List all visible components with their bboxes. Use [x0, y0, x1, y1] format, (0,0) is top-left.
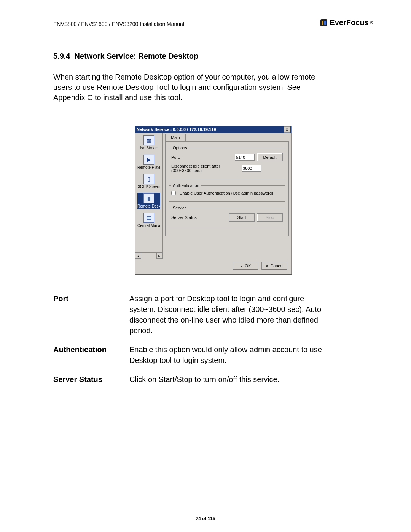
sidebar-item-remote-playback[interactable]: ▶ Remote Playb — [137, 154, 160, 170]
section-intro: When starting the Remote Desktop option … — [53, 72, 327, 103]
sidebar-item-label: Remote Playb — [137, 165, 160, 169]
ok-label: OK — [245, 264, 251, 268]
desc-server-status: Click on Start/Stop to turn on/off this … — [129, 374, 327, 385]
scroll-track[interactable] — [141, 253, 156, 259]
brand-name: EverFocus — [330, 18, 368, 27]
port-input[interactable] — [235, 154, 255, 161]
group-authentication: Authentication Enable User Authenticatio… — [169, 183, 285, 202]
sidebar-item-label: 3GPP Servic — [137, 185, 160, 189]
cancel-button[interactable]: ✕ Cancel — [261, 262, 287, 270]
window-titlebar: Network Service - 0.0.0.0 / 172.16.19.11… — [135, 126, 291, 133]
scroll-left-button[interactable]: ◄ — [135, 253, 141, 259]
sidebar-item-central-management[interactable]: ▤ Central Managemen — [137, 212, 160, 228]
central-management-icon: ▤ — [143, 213, 154, 223]
disconnect-label: Disconnect idle client after (300~3600 s… — [171, 164, 239, 173]
server-status-label: Server Status: — [171, 215, 226, 220]
enable-auth-label: Enable User Authentication (Use admin pa… — [180, 191, 283, 195]
group-options-legend: Options — [171, 145, 189, 150]
document-page: ENVS800 / ENVS1600 / ENVS3200 Installati… — [0, 0, 411, 532]
sidebar-item-live-streaming[interactable]: ▩ Live Streami — [137, 134, 160, 151]
group-options: Options Port: Default Disconnect idle cl… — [169, 145, 285, 179]
scroll-right-button[interactable]: ► — [156, 253, 162, 259]
check-icon: ✓ — [240, 264, 244, 268]
row-auth-checkbox: Enable User Authentication (Use admin pa… — [171, 191, 283, 195]
term-server-status: Server Status — [53, 374, 129, 385]
group-auth-legend: Authentication — [171, 183, 201, 188]
desc-port: Assign a port for Desktop tool to login … — [129, 293, 327, 336]
x-icon: ✕ — [265, 264, 269, 268]
close-button[interactable]: × — [284, 126, 290, 133]
tab-panel-main: Options Port: Default Disconnect idle cl… — [165, 141, 289, 236]
cancel-label: Cancel — [270, 264, 283, 268]
disconnect-input[interactable] — [242, 165, 261, 172]
sidebar-item-remote-desktop[interactable]: ▥ Remote Desk — [137, 193, 160, 209]
section-heading: 5.9.4 Network Service: Remote Desktop — [53, 52, 373, 61]
window-body: ▩ Live Streami ▶ Remote Playb ▯ 3GPP Ser… — [135, 133, 291, 259]
row-port: Port: Default — [171, 153, 283, 161]
registered-mark: ® — [370, 21, 373, 25]
definition-port: Port Assign a port for Desktop tool to l… — [53, 293, 373, 336]
page-header: ENVS800 / ENVS1600 / ENVS3200 Installati… — [53, 18, 373, 29]
term-authentication: Authentication — [53, 344, 129, 366]
remote-desktop-icon: ▥ — [143, 193, 154, 203]
sidebar-item-label: Central Managemen — [137, 224, 160, 228]
sidebar-scrollbar[interactable]: ◄ ► — [135, 252, 162, 259]
start-button[interactable]: Start — [229, 213, 255, 222]
3gpp-service-icon: ▯ — [143, 174, 154, 184]
live-streaming-icon: ▩ — [143, 135, 154, 145]
remote-playback-icon: ▶ — [143, 155, 154, 165]
sidebar-item-3gpp-service[interactable]: ▯ 3GPP Servic — [137, 173, 160, 190]
section-title: Network Service: Remote Desktop — [75, 52, 199, 60]
group-service-legend: Service — [171, 206, 188, 210]
window-main: Main Options Port: Default Disconnect id… — [163, 133, 291, 259]
brand-logo: EverFocus® — [320, 18, 373, 27]
port-label: Port: — [171, 155, 233, 160]
window-footer: ✓ OK ✕ Cancel — [135, 259, 291, 274]
ok-button[interactable]: ✓ OK — [233, 262, 258, 270]
tab-main[interactable]: Main — [165, 134, 186, 141]
sidebar-item-label: Remote Desk — [137, 204, 160, 208]
group-service: Service Server Status: Start Stop — [169, 206, 285, 228]
desc-authentication: Enable this option would only allow admi… — [129, 344, 327, 366]
tab-strip: Main — [165, 134, 289, 141]
page-number: 74 of 115 — [0, 516, 411, 521]
window-sidebar: ▩ Live Streami ▶ Remote Playb ▯ 3GPP Ser… — [135, 133, 163, 259]
window-title: Network Service - 0.0.0.0 / 172.16.19.11… — [137, 127, 284, 132]
definition-authentication: Authentication Enable this option would … — [53, 344, 373, 366]
definition-server-status: Server Status Click on Start/Stop to tur… — [53, 374, 373, 385]
section-number: 5.9.4 — [53, 52, 70, 60]
header-manual-title: ENVS800 / ENVS1600 / ENVS3200 Installati… — [53, 21, 184, 27]
row-server-status: Server Status: Start Stop — [171, 213, 283, 222]
row-disconnect: Disconnect idle client after (300~3600 s… — [171, 164, 283, 173]
default-button[interactable]: Default — [257, 153, 283, 161]
definition-list: Port Assign a port for Desktop tool to l… — [53, 293, 373, 385]
sidebar-item-label: Live Streami — [137, 146, 160, 150]
term-port: Port — [53, 293, 129, 336]
stop-button[interactable]: Stop — [257, 213, 283, 222]
network-service-window: Network Service - 0.0.0.0 / 172.16.19.11… — [135, 126, 292, 274]
everfocus-icon — [320, 19, 327, 26]
enable-auth-checkbox[interactable] — [171, 191, 176, 195]
